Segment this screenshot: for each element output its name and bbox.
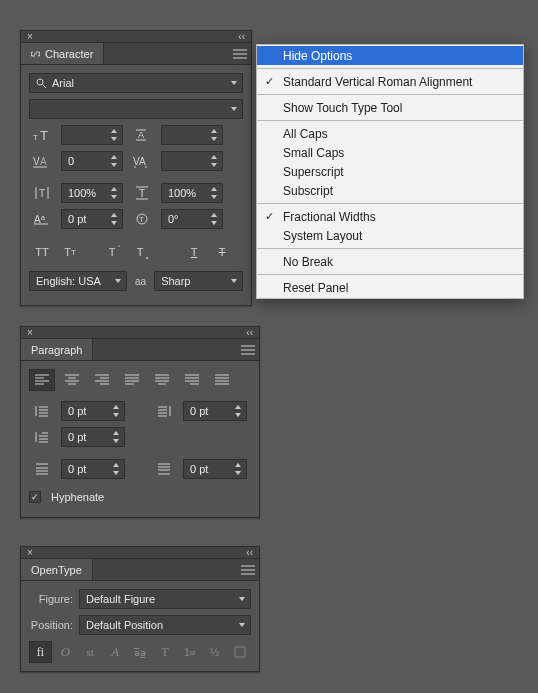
panel-tabs: Character (21, 43, 251, 65)
font-size-input[interactable] (61, 125, 123, 145)
align-left-button[interactable] (29, 369, 55, 391)
tab-label: OpenType (31, 564, 82, 576)
panel-tabs: OpenType (21, 559, 259, 581)
superscript-button[interactable]: T¹ (99, 241, 125, 263)
space-before-input[interactable]: 0 pt (61, 459, 125, 479)
figure-selector[interactable]: Default Figure (79, 589, 251, 609)
baseline-icon: Aa (29, 209, 55, 229)
contextual-alt-button[interactable]: O (54, 641, 77, 663)
align-center-button[interactable] (59, 369, 85, 391)
ordinals-button[interactable]: 1st (178, 641, 201, 663)
justify-center-button[interactable] (149, 369, 175, 391)
close-icon[interactable]: × (21, 31, 39, 42)
position-selector[interactable]: Default Position (79, 615, 251, 635)
rotation-input[interactable]: 0° (161, 209, 223, 229)
font-style-selector[interactable] (29, 99, 243, 119)
hyphenate-label: Hyphenate (51, 491, 104, 503)
strikethrough-button[interactable]: T (209, 241, 235, 263)
panel-menu-button[interactable] (229, 43, 251, 64)
stylistic-alt-button[interactable]: a̅a̲ (129, 641, 152, 663)
baseline-input[interactable]: 0 pt (61, 209, 123, 229)
svg-text:T: T (40, 128, 48, 142)
panel-titlebar[interactable]: × ‹‹ (21, 31, 251, 43)
ligatures-button[interactable]: fi (29, 641, 52, 663)
alignment-buttons (29, 369, 251, 391)
panel-tabs: Paragraph (21, 339, 259, 361)
menu-item[interactable]: Show Touch Type Tool (257, 98, 523, 117)
justify-all-button[interactable] (209, 369, 235, 391)
position-label: Position: (29, 619, 73, 631)
tab-label: Character (45, 48, 93, 60)
collapse-icon[interactable]: ‹‹ (240, 547, 259, 558)
justify-left-button[interactable] (119, 369, 145, 391)
menu-item[interactable]: ✓Fractional Widths (257, 207, 523, 226)
svg-text:T: T (39, 188, 45, 199)
panel-titlebar[interactable]: × ‹‹ (21, 547, 259, 559)
svg-point-0 (37, 79, 43, 85)
indent-right-icon (151, 401, 177, 421)
hscale-icon: T (129, 183, 155, 203)
kerning-input[interactable]: 0 (61, 151, 123, 171)
menu-item[interactable]: Hide Options (257, 46, 523, 65)
vscale-input[interactable]: 100% (61, 183, 123, 203)
justify-right-button[interactable] (179, 369, 205, 391)
opentype-panel: × ‹‹ OpenType Figure: Default Figure Pos… (20, 546, 260, 672)
svg-text:T: T (33, 133, 38, 142)
menu-item[interactable]: Small Caps (257, 143, 523, 162)
panel-titlebar[interactable]: × ‹‹ (21, 327, 259, 339)
panel-menu-button[interactable] (237, 559, 259, 580)
menu-item[interactable]: Superscript (257, 162, 523, 181)
hyphenate-checkbox[interactable]: ✓ (29, 491, 41, 503)
paragraph-panel: × ‹‹ Paragraph 0 pt 0 pt (20, 326, 260, 518)
menu-item[interactable]: System Layout (257, 226, 523, 245)
svg-rect-13 (235, 647, 245, 657)
close-icon[interactable]: × (21, 547, 39, 558)
hscale-input[interactable]: 100% (161, 183, 223, 203)
space-after-icon (151, 459, 177, 479)
menu-item[interactable]: Reset Panel (257, 278, 523, 297)
panel-menu-button[interactable] (237, 339, 259, 360)
first-line-input[interactable]: 0 pt (61, 427, 125, 447)
subscript-button[interactable]: T₁ (127, 241, 153, 263)
indent-right-input[interactable]: 0 pt (183, 401, 247, 421)
stylistic-sets-button[interactable] (228, 641, 251, 663)
close-icon[interactable]: × (21, 327, 39, 338)
all-caps-button[interactable]: TT (29, 241, 55, 263)
space-after-input[interactable]: 0 pt (183, 459, 247, 479)
tab-label: Paragraph (31, 344, 82, 356)
svg-text:A: A (34, 214, 41, 225)
figure-label: Figure: (29, 593, 73, 605)
font-family-value: Arial (52, 77, 74, 89)
antialias-selector[interactable]: Sharp (154, 271, 243, 291)
fractions-button[interactable]: ½ (203, 641, 226, 663)
leading-icon: A (129, 125, 155, 145)
collapse-icon[interactable]: ‹‹ (232, 31, 251, 42)
discretionary-lig-button[interactable]: st (79, 641, 102, 663)
menu-item[interactable]: ✓Standard Vertical Roman Alignment (257, 72, 523, 91)
rotation-icon: T (129, 209, 155, 229)
menu-item[interactable]: All Caps (257, 124, 523, 143)
menu-item[interactable]: Subscript (257, 181, 523, 200)
leading-input[interactable] (161, 125, 223, 145)
menu-item[interactable]: No Break (257, 252, 523, 271)
indent-left-icon (29, 401, 55, 421)
tab-paragraph[interactable]: Paragraph (21, 339, 93, 360)
align-right-button[interactable] (89, 369, 115, 391)
font-family-selector[interactable]: Arial (29, 73, 243, 93)
collapse-icon[interactable]: ‹‹ (240, 327, 259, 338)
link-icon (31, 49, 40, 58)
indent-left-input[interactable]: 0 pt (61, 401, 125, 421)
space-before-icon (29, 459, 55, 479)
antialias-label: aa (135, 276, 146, 287)
swash-button[interactable]: A (104, 641, 127, 663)
kerning-icon: VA (29, 151, 55, 171)
underline-button[interactable]: T (181, 241, 207, 263)
tab-character[interactable]: Character (21, 43, 104, 64)
small-caps-button[interactable]: TT (57, 241, 83, 263)
first-line-icon (29, 427, 55, 447)
titling-alt-button[interactable]: T (153, 641, 176, 663)
tab-opentype[interactable]: OpenType (21, 559, 93, 580)
language-selector[interactable]: English: USA (29, 271, 127, 291)
tracking-input[interactable] (161, 151, 223, 171)
svg-text:A: A (138, 130, 144, 140)
